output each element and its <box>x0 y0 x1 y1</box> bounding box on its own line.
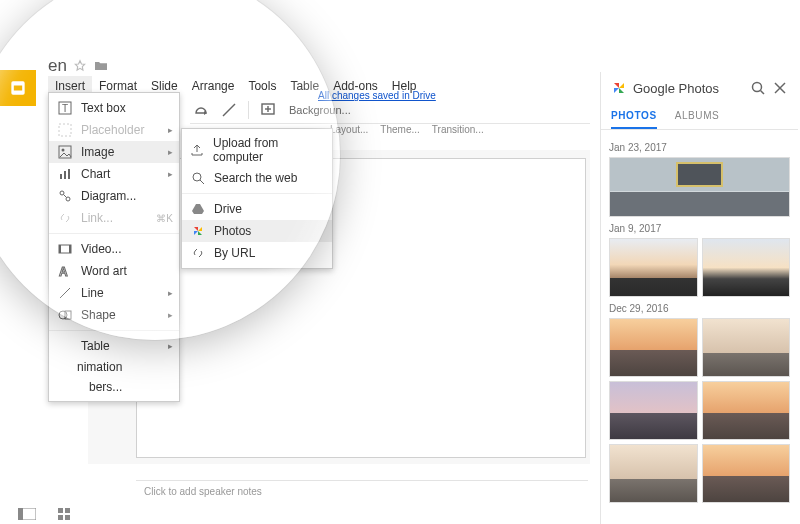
slides-icon <box>8 78 28 98</box>
tab-photos[interactable]: PHOTOS <box>611 104 657 129</box>
panel-tabs: PHOTOS ALBUMS <box>601 104 798 130</box>
insert-wordart-label: Word art <box>81 264 127 278</box>
speaker-notes[interactable]: Click to add speaker notes <box>136 480 588 502</box>
photo-thumbnail[interactable] <box>702 381 791 440</box>
chevron-right-icon: ▸ <box>168 147 173 157</box>
insert-chart-label: Chart <box>81 167 110 181</box>
svg-rect-9 <box>65 508 70 513</box>
photo-thumbnail[interactable] <box>609 444 698 503</box>
photo-thumbnail[interactable] <box>702 318 791 377</box>
image-photos[interactable]: Photos <box>182 220 332 242</box>
upload-icon <box>190 142 205 158</box>
svg-point-32 <box>753 83 762 92</box>
svg-rect-8 <box>58 508 63 513</box>
svg-line-22 <box>64 195 67 198</box>
chevron-right-icon: ▸ <box>168 310 173 320</box>
svg-rect-17 <box>60 174 62 179</box>
photo-thumbnail[interactable] <box>609 381 698 440</box>
line-icon <box>57 285 73 301</box>
shape-dropdown-icon[interactable] <box>190 99 212 121</box>
insert-animation-label: nimation <box>77 360 122 374</box>
tab-albums[interactable]: ALBUMS <box>675 104 720 129</box>
svg-point-30 <box>193 173 201 181</box>
photo-thumbnail[interactable] <box>609 318 698 377</box>
wordart-icon: A <box>57 263 73 279</box>
theme-button[interactable]: Theme... <box>380 124 419 144</box>
image-icon <box>57 144 73 160</box>
link-icon <box>57 210 73 226</box>
insert-wordart[interactable]: AWord art <box>49 260 179 282</box>
folder-icon[interactable] <box>93 59 109 73</box>
insert-video-label: Video... <box>81 242 121 256</box>
star-icon[interactable] <box>73 59 87 73</box>
svg-point-16 <box>62 149 65 152</box>
background-button[interactable]: Backgroun... <box>285 102 355 118</box>
menu-separator <box>182 193 332 194</box>
insert-image[interactable]: Image▸ <box>49 141 179 163</box>
insert-numbers-truncated[interactable]: bers... <box>49 377 179 397</box>
image-byurl[interactable]: By URL <box>182 242 332 264</box>
image-upload[interactable]: Upload from computer <box>182 133 332 167</box>
photo-thumbnail[interactable] <box>609 157 790 217</box>
photos-pinwheel-icon <box>611 80 627 96</box>
insert-diagram-label: Diagram... <box>81 189 136 203</box>
add-comment-icon[interactable] <box>257 99 279 121</box>
image-upload-label: Upload from computer <box>213 136 324 164</box>
svg-rect-24 <box>59 245 61 253</box>
photo-thumbnail[interactable] <box>702 444 791 503</box>
doc-title-fragment[interactable]: en <box>48 56 67 76</box>
insert-textbox[interactable]: TText box <box>49 97 179 119</box>
chevron-right-icon: ▸ <box>168 341 173 351</box>
svg-rect-1 <box>14 86 22 91</box>
image-photos-label: Photos <box>214 224 251 238</box>
svg-line-27 <box>60 288 70 298</box>
svg-line-33 <box>761 91 765 95</box>
placeholder-icon <box>57 122 73 138</box>
insert-shape[interactable]: Shape▸ <box>49 304 179 326</box>
menu-separator <box>49 330 179 331</box>
photos-scroll[interactable]: Jan 23, 2017 Jan 9, 2017 Dec 29, 2016 <box>601 130 798 524</box>
insert-animation-truncated[interactable]: nimation <box>49 357 179 377</box>
insert-diagram[interactable]: Diagram... <box>49 185 179 207</box>
photo-thumbnail[interactable] <box>609 238 698 297</box>
close-icon[interactable] <box>772 80 788 96</box>
menu-arrange[interactable]: Arrange <box>185 76 242 96</box>
insert-numbers-label: bers... <box>89 380 122 394</box>
insert-line[interactable]: Line▸ <box>49 282 179 304</box>
image-search-web[interactable]: Search the web <box>182 167 332 189</box>
svg-rect-11 <box>65 515 70 520</box>
insert-chart[interactable]: Chart▸ <box>49 163 179 185</box>
transition-button[interactable]: Transition... <box>432 124 484 144</box>
insert-video[interactable]: Video... <box>49 238 179 260</box>
doc-title-row: en <box>48 56 109 76</box>
diagram-icon <box>57 188 73 204</box>
menu-separator <box>49 233 179 234</box>
filmstrip-view-icon[interactable] <box>18 508 36 520</box>
insert-placeholder: Placeholder▸ <box>49 119 179 141</box>
date-group-label: Jan 9, 2017 <box>609 223 790 234</box>
drive-icon <box>190 201 206 217</box>
chevron-right-icon: ▸ <box>168 169 173 179</box>
photo-thumbnail[interactable] <box>702 238 791 297</box>
insert-link: Link...⌘K <box>49 207 179 229</box>
toolbar-separator <box>248 101 249 119</box>
panel-header: Google Photos <box>601 72 798 104</box>
svg-point-28 <box>59 311 67 319</box>
insert-image-label: Image <box>81 145 114 159</box>
layout-button[interactable]: Layout... <box>330 124 368 144</box>
svg-text:A: A <box>59 265 68 278</box>
secondary-toolbar: Layout... Theme... Transition... <box>330 124 484 144</box>
svg-point-20 <box>60 191 64 195</box>
view-mode-icons <box>18 508 76 520</box>
search-icon[interactable] <box>750 80 766 96</box>
line-tool-icon[interactable] <box>218 99 240 121</box>
google-photos-panel: Google Photos PHOTOS ALBUMS Jan 23, 2017… <box>600 72 798 524</box>
grid-view-icon[interactable] <box>58 508 76 520</box>
textbox-icon: T <box>57 100 73 116</box>
menu-tools[interactable]: Tools <box>241 76 283 96</box>
insert-placeholder-label: Placeholder <box>81 123 144 137</box>
insert-table[interactable]: Table▸ <box>49 335 179 357</box>
link-icon <box>190 245 206 261</box>
image-drive[interactable]: Drive <box>182 198 332 220</box>
svg-rect-14 <box>59 124 71 136</box>
